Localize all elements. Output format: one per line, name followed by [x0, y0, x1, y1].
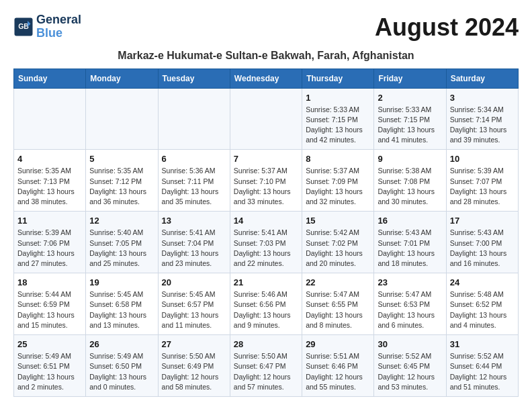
day-info: Sunrise: 5:33 AMSunset: 7:15 PMDaylight:…	[378, 105, 442, 146]
day-info: Sunrise: 5:37 AMSunset: 7:10 PMDaylight:…	[234, 166, 298, 207]
day-number: 15	[306, 216, 370, 226]
day-number: 6	[162, 154, 226, 164]
calendar-cell: 6Sunrise: 5:36 AMSunset: 7:11 PMDaylight…	[158, 150, 230, 212]
calendar-cell: 21Sunrise: 5:46 AMSunset: 6:56 PMDayligh…	[230, 273, 302, 335]
day-number: 23	[378, 277, 442, 287]
day-info: Sunrise: 5:46 AMSunset: 6:56 PMDaylight:…	[234, 289, 298, 330]
calendar-cell: 23Sunrise: 5:47 AMSunset: 6:53 PMDayligh…	[374, 273, 446, 335]
header-friday: Friday	[374, 68, 446, 88]
day-info: Sunrise: 5:51 AMSunset: 6:46 PMDaylight:…	[306, 351, 370, 392]
day-info: Sunrise: 5:39 AMSunset: 7:06 PMDaylight:…	[17, 228, 82, 269]
day-info: Sunrise: 5:50 AMSunset: 6:49 PMDaylight:…	[162, 351, 226, 392]
calendar-cell: 2Sunrise: 5:33 AMSunset: 7:15 PMDaylight…	[374, 88, 446, 150]
day-info: Sunrise: 5:34 AMSunset: 7:14 PMDaylight:…	[450, 105, 515, 146]
calendar-cell: 4Sunrise: 5:35 AMSunset: 7:13 PMDaylight…	[14, 150, 86, 212]
day-number: 31	[450, 339, 515, 349]
calendar-cell: 12Sunrise: 5:40 AMSunset: 7:05 PMDayligh…	[86, 212, 158, 273]
calendar-cell: 3Sunrise: 5:34 AMSunset: 7:14 PMDaylight…	[446, 88, 518, 150]
calendar-body: 1Sunrise: 5:33 AMSunset: 7:15 PMDaylight…	[14, 88, 519, 396]
calendar-cell: 28Sunrise: 5:50 AMSunset: 6:47 PMDayligh…	[230, 335, 302, 397]
calendar-cell: 15Sunrise: 5:42 AMSunset: 7:02 PMDayligh…	[302, 212, 374, 273]
day-number: 22	[306, 277, 370, 287]
calendar-cell: 14Sunrise: 5:41 AMSunset: 7:03 PMDayligh…	[230, 212, 302, 273]
month-year: August 2024	[375, 13, 519, 42]
day-info: Sunrise: 5:48 AMSunset: 6:52 PMDaylight:…	[450, 289, 515, 330]
calendar-table: SundayMondayTuesdayWednesdayThursdayFrid…	[13, 68, 519, 397]
logo-line1: General	[36, 13, 81, 27]
calendar-cell: 26Sunrise: 5:49 AMSunset: 6:50 PMDayligh…	[86, 335, 158, 397]
calendar-cell: 27Sunrise: 5:50 AMSunset: 6:49 PMDayligh…	[158, 335, 230, 397]
day-number: 20	[162, 277, 226, 287]
day-info: Sunrise: 5:45 AMSunset: 6:57 PMDaylight:…	[162, 289, 226, 330]
day-info: Sunrise: 5:33 AMSunset: 7:15 PMDaylight:…	[306, 105, 370, 146]
calendar-cell: 18Sunrise: 5:44 AMSunset: 6:59 PMDayligh…	[14, 273, 86, 335]
day-info: Sunrise: 5:47 AMSunset: 6:53 PMDaylight:…	[378, 289, 442, 330]
calendar-cell	[158, 88, 230, 150]
day-info: Sunrise: 5:43 AMSunset: 7:00 PMDaylight:…	[450, 228, 515, 269]
day-number: 13	[162, 216, 226, 226]
day-number: 24	[450, 277, 515, 287]
calendar-cell: 25Sunrise: 5:49 AMSunset: 6:51 PMDayligh…	[14, 335, 86, 397]
day-info: Sunrise: 5:49 AMSunset: 6:51 PMDaylight:…	[17, 351, 82, 392]
calendar-cell: 8Sunrise: 5:37 AMSunset: 7:09 PMDaylight…	[302, 150, 374, 212]
calendar-cell: 11Sunrise: 5:39 AMSunset: 7:06 PMDayligh…	[14, 212, 86, 273]
day-info: Sunrise: 5:35 AMSunset: 7:13 PMDaylight:…	[17, 166, 82, 207]
calendar-cell: 30Sunrise: 5:52 AMSunset: 6:45 PMDayligh…	[374, 335, 446, 397]
calendar-cell: 10Sunrise: 5:39 AMSunset: 7:07 PMDayligh…	[446, 150, 518, 212]
calendar-cell: 16Sunrise: 5:43 AMSunset: 7:01 PMDayligh…	[374, 212, 446, 273]
calendar-header-row: SundayMondayTuesdayWednesdayThursdayFrid…	[14, 68, 519, 88]
day-number: 10	[450, 154, 515, 164]
day-number: 17	[450, 216, 515, 226]
calendar-cell: 20Sunrise: 5:45 AMSunset: 6:57 PMDayligh…	[158, 273, 230, 335]
day-info: Sunrise: 5:41 AMSunset: 7:04 PMDaylight:…	[162, 228, 226, 269]
header-sunday: Sunday	[14, 68, 86, 88]
calendar-cell: 29Sunrise: 5:51 AMSunset: 6:46 PMDayligh…	[302, 335, 374, 397]
svg-text:GB: GB	[18, 22, 29, 30]
calendar-cell: 13Sunrise: 5:41 AMSunset: 7:04 PMDayligh…	[158, 212, 230, 273]
day-number: 21	[234, 277, 298, 287]
month-year-title: August 2024	[375, 13, 519, 42]
day-number: 3	[450, 93, 515, 103]
week-row-4: 18Sunrise: 5:44 AMSunset: 6:59 PMDayligh…	[14, 273, 519, 335]
day-number: 7	[234, 154, 298, 164]
week-row-5: 25Sunrise: 5:49 AMSunset: 6:51 PMDayligh…	[14, 335, 519, 397]
day-number: 8	[306, 154, 370, 164]
calendar-cell: 1Sunrise: 5:33 AMSunset: 7:15 PMDaylight…	[302, 88, 374, 150]
calendar-cell	[230, 88, 302, 150]
day-number: 9	[378, 154, 442, 164]
day-number: 4	[17, 154, 82, 164]
calendar-cell: 19Sunrise: 5:45 AMSunset: 6:58 PMDayligh…	[86, 273, 158, 335]
day-info: Sunrise: 5:38 AMSunset: 7:08 PMDaylight:…	[378, 166, 442, 207]
day-number: 19	[89, 277, 154, 287]
day-info: Sunrise: 5:50 AMSunset: 6:47 PMDaylight:…	[234, 351, 298, 392]
day-number: 14	[234, 216, 298, 226]
day-info: Sunrise: 5:40 AMSunset: 7:05 PMDaylight:…	[89, 228, 154, 269]
header-tuesday: Tuesday	[158, 68, 230, 88]
day-number: 30	[378, 339, 442, 349]
header-thursday: Thursday	[302, 68, 374, 88]
day-info: Sunrise: 5:52 AMSunset: 6:44 PMDaylight:…	[450, 351, 515, 392]
logo: GB General Blue	[13, 13, 81, 40]
day-number: 27	[162, 339, 226, 349]
week-row-2: 4Sunrise: 5:35 AMSunset: 7:13 PMDaylight…	[14, 150, 519, 212]
calendar-cell: 31Sunrise: 5:52 AMSunset: 6:44 PMDayligh…	[446, 335, 518, 397]
day-info: Sunrise: 5:39 AMSunset: 7:07 PMDaylight:…	[450, 166, 515, 207]
day-info: Sunrise: 5:45 AMSunset: 6:58 PMDaylight:…	[89, 289, 154, 330]
week-row-1: 1Sunrise: 5:33 AMSunset: 7:15 PMDaylight…	[14, 88, 519, 150]
location: Markaz-e Hukumat-e Sultan-e Bakwah, Fara…	[13, 50, 519, 62]
day-number: 16	[378, 216, 442, 226]
calendar-cell: 9Sunrise: 5:38 AMSunset: 7:08 PMDaylight…	[374, 150, 446, 212]
week-row-3: 11Sunrise: 5:39 AMSunset: 7:06 PMDayligh…	[14, 212, 519, 273]
day-number: 11	[17, 216, 82, 226]
day-info: Sunrise: 5:37 AMSunset: 7:09 PMDaylight:…	[306, 166, 370, 207]
calendar-cell: 7Sunrise: 5:37 AMSunset: 7:10 PMDaylight…	[230, 150, 302, 212]
day-number: 1	[306, 93, 370, 103]
day-number: 12	[89, 216, 154, 226]
day-info: Sunrise: 5:42 AMSunset: 7:02 PMDaylight:…	[306, 228, 370, 269]
logo-line2: Blue	[36, 27, 81, 40]
calendar-cell: 22Sunrise: 5:47 AMSunset: 6:55 PMDayligh…	[302, 273, 374, 335]
day-info: Sunrise: 5:52 AMSunset: 6:45 PMDaylight:…	[378, 351, 442, 392]
day-info: Sunrise: 5:36 AMSunset: 7:11 PMDaylight:…	[162, 166, 226, 207]
header-saturday: Saturday	[446, 68, 518, 88]
day-number: 2	[378, 93, 442, 103]
